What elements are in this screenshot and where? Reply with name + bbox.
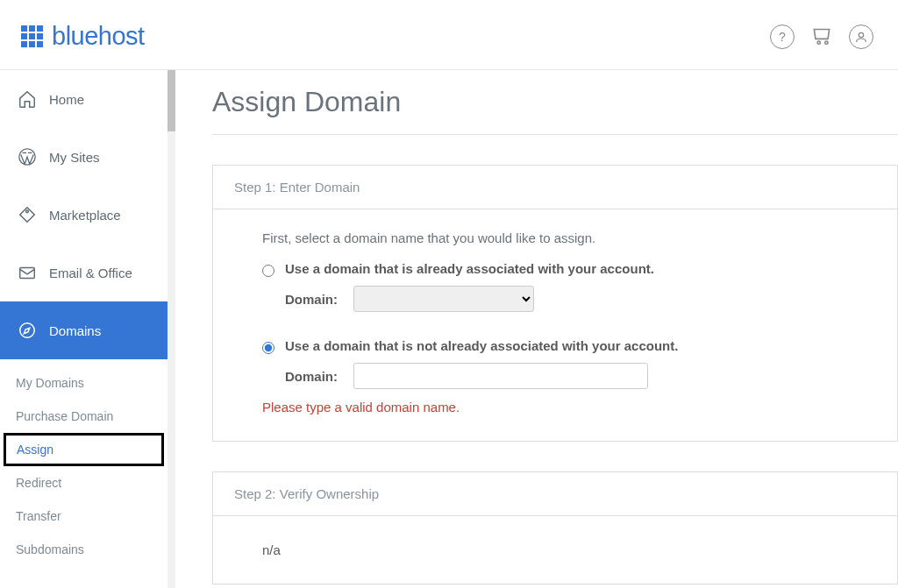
tag-icon (18, 205, 37, 224)
subnav-item-redirect[interactable]: Redirect (0, 466, 167, 499)
step2-card: Step 2: Verify Ownership n/a (212, 471, 898, 584)
compass-icon (18, 321, 37, 340)
step1-card: Step 1: Enter Domain First, select a dom… (212, 165, 898, 442)
option-associated-block: Use a domain that is already associated … (262, 261, 848, 312)
step1-heading: Step 1: Enter Domain (213, 166, 897, 209)
main-content: Assign Domain Step 1: Enter Domain First… (175, 70, 898, 588)
sidebar-scrollbar-track[interactable] (167, 70, 175, 588)
page-title: Assign Domain (212, 86, 898, 135)
subnav-item-purchase[interactable]: Purchase Domain (0, 400, 167, 433)
sidebar: Home My Sites Marketplace Email & Office (0, 70, 168, 566)
radio-associated[interactable] (262, 265, 274, 277)
body: Home My Sites Marketplace Email & Office (0, 70, 898, 588)
step1-body: First, select a domain name that you wou… (213, 209, 897, 441)
sidebar-item-label: Email & Office (49, 266, 132, 280)
step2-content: n/a (213, 516, 897, 584)
mail-icon (18, 263, 37, 282)
cart-icon[interactable] (810, 24, 833, 50)
sidebar-scrollbar-thumb[interactable] (167, 70, 175, 131)
logo-grid-icon (21, 25, 43, 47)
sidebar-subnav: My Domains Purchase Domain Assign Redire… (0, 359, 167, 566)
subnav-item-mydomains[interactable]: My Domains (0, 366, 167, 400)
help-icon[interactable]: ? (770, 25, 795, 49)
sidebar-container: Home My Sites Marketplace Email & Office (0, 70, 175, 588)
domain-label-not-associated: Domain: (285, 369, 346, 384)
subnav-item-subdomains[interactable]: Subdomains (0, 533, 167, 566)
logo[interactable]: bluehost (21, 22, 145, 51)
option-associated-label: Use a domain that is already associated … (285, 261, 654, 276)
sidebar-item-label: My Sites (49, 150, 100, 165)
subnav-item-assign[interactable]: Assign (4, 433, 164, 466)
svg-point-1 (825, 41, 828, 44)
svg-point-6 (20, 323, 35, 338)
sidebar-item-label: Home (49, 92, 84, 107)
sidebar-item-marketplace[interactable]: Marketplace (0, 186, 167, 244)
domain-select[interactable] (353, 286, 534, 312)
wordpress-icon (18, 147, 37, 166)
sidebar-item-mysites[interactable]: My Sites (0, 128, 167, 186)
option-associated[interactable]: Use a domain that is already associated … (262, 261, 848, 277)
sidebar-item-home[interactable]: Home (0, 70, 167, 128)
user-icon[interactable] (849, 25, 873, 49)
svg-point-0 (817, 41, 820, 44)
sidebar-item-label: Domains (49, 323, 101, 338)
domain-error: Please type a valid domain name. (262, 400, 848, 414)
domain-label-associated: Domain: (285, 292, 346, 307)
home-icon (18, 89, 37, 109)
header: bluehost ? (0, 0, 898, 70)
radio-not-associated[interactable] (262, 342, 274, 354)
option-not-associated-block: Use a domain that is not already associa… (262, 338, 848, 389)
svg-rect-5 (20, 268, 35, 279)
sidebar-item-email[interactable]: Email & Office (0, 244, 167, 301)
brand-name: bluehost (52, 22, 145, 51)
subnav-item-transfer[interactable]: Transfer (0, 499, 167, 533)
not-associated-field-row: Domain: (285, 363, 848, 389)
step2-heading: Step 2: Verify Ownership (213, 472, 897, 516)
sidebar-item-domains[interactable]: Domains (0, 301, 167, 359)
option-not-associated-label: Use a domain that is not already associa… (285, 338, 678, 353)
associated-field-row: Domain: (285, 286, 848, 312)
step1-intro: First, select a domain name that you wou… (262, 230, 848, 245)
svg-point-4 (26, 210, 29, 213)
header-actions: ? (770, 24, 873, 50)
domain-input[interactable] (353, 363, 648, 389)
svg-point-2 (859, 32, 863, 37)
sidebar-item-label: Marketplace (49, 208, 121, 223)
option-not-associated[interactable]: Use a domain that is not already associa… (262, 338, 848, 354)
